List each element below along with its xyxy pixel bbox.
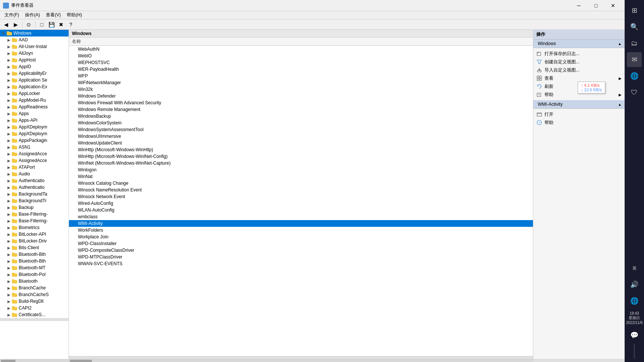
close-button[interactable]: ✕ [604,0,622,11]
start-button[interactable]: ⊞ [627,3,642,18]
expand-icon-bluetooth[interactable]: ▶ [7,279,10,283]
left-scrollbar-thumb[interactable] [1,360,16,362]
tree-item-ataport[interactable]: ▶ ATAPort [0,164,69,171]
tree-item-appxdeploym1[interactable]: ▶ AppXDeploym [0,124,69,130]
help-toolbar-button[interactable]: ? [66,20,75,29]
expand-icon-audio[interactable]: ▶ [7,172,10,176]
tree-item-basefiltering2[interactable]: ▶ Base-Filtering- [0,217,69,224]
list-item-wpdmtpclassdriver[interactable]: WPD-MTPClassDriver [69,254,533,260]
tree-item-buildregdll[interactable]: ▶ Build-RegDll [0,298,69,305]
expand-icon-appxpackagin[interactable]: ▶ [7,139,10,143]
list-item-wiredautoconfig[interactable]: Wired-AutoConfig [69,200,533,207]
expand-icon-capi2[interactable]: ▶ [7,306,10,310]
list-item-winlogon[interactable]: Winlogon [69,166,533,173]
list-item-winsockcatalog[interactable]: Winsock Catalog Change [69,180,533,187]
list-item-wmiactivity[interactable]: WMI-Activity [69,220,533,227]
list-item-windowsfirewall[interactable]: Windows Firewall With Advanced Security [69,99,533,106]
list-item-windowscolorsystem[interactable]: WindowsColorSystem [69,120,533,126]
expand-icon-bluetoothmt[interactable]: ▶ [7,266,10,270]
expand-icon-buildregdll[interactable]: ▶ [7,299,10,304]
list-item-wfp[interactable]: WFP [69,73,533,79]
list-item-wlanautoconfig[interactable]: WLAN-AutoConfig [69,207,533,213]
center-hscrollbar[interactable] [69,356,533,359]
tree-item-bluetoothpol[interactable]: ▶ Bluetooth-Pol [0,271,69,278]
maximize-button[interactable]: □ [587,0,604,11]
expand-icon-aad[interactable]: ▶ [7,38,10,42]
new-window-button[interactable]: □ [37,20,46,29]
expand-icon-applicabilityer[interactable]: ▶ [7,72,10,76]
expand-icon-appsapi[interactable]: ▶ [7,118,10,123]
menu-view[interactable]: 查看(V) [43,11,64,19]
list-item-webaauthn[interactable]: WebAuthN [69,46,533,53]
taskview-button[interactable]: 🗂 [627,36,642,51]
list-item-windowsremote[interactable]: Windows Remote Management [69,106,533,113]
tree-item-appsapi[interactable]: ▶ Apps-API [0,117,69,124]
edge-taskbar-icon[interactable]: 🌐 [627,69,642,83]
volume-icon[interactable]: 🔊 [627,277,642,292]
expand-icon-appxdeploym1[interactable]: ▶ [7,125,10,129]
mail-taskbar-icon[interactable]: ✉ [627,52,642,67]
tree-item-branchcaches[interactable]: ▶ BranchCacheS [0,291,69,298]
windows-section-collapse[interactable]: ▲ [618,42,622,46]
expand-icon-alljoyn[interactable]: ▶ [7,51,10,55]
desktop-show-btn[interactable] [634,344,635,359]
tree-item-apphost[interactable]: ▶ AppHost [0,57,69,63]
tree-item-apps[interactable]: ▶ Apps [0,110,69,117]
center-scrollbar-thumb[interactable] [70,360,92,362]
tree-item-authentication2[interactable]: ▶ Authenticatio [0,184,69,191]
tree-item-branchcache[interactable]: ▶ BranchCache [0,285,69,291]
expand-icon-authentication1[interactable]: ▶ [7,179,10,183]
center-bottom-scrollbar[interactable] [69,359,533,362]
expand-icon-basefiltering2[interactable]: ▶ [7,219,10,223]
expand-icon-bitsclient[interactable]: ▶ [7,246,10,250]
tree-item-bitsclient[interactable]: ▶ Bits-Client [0,244,69,251]
tree-item-alljoyn[interactable]: ▶ AllJoyn [0,50,69,57]
tree-item-bitlockerapi[interactable]: ▶ BitLocker-API [0,231,69,238]
list-item-workfolders[interactable]: WorkFolders [69,227,533,234]
expand-icon-applicationex[interactable]: ▶ [7,85,10,89]
tree-item-assignedacce2[interactable]: ▶ AssignedAcce [0,157,69,164]
expand-icon-ataport[interactable]: ▶ [7,165,10,169]
action-create-custom-view[interactable]: 创建自定义视图... [533,58,625,66]
expand-icon-assignedacce2[interactable]: ▶ [7,159,10,163]
left-hscrollbar[interactable] [0,359,69,362]
list-item-wmbclass[interactable]: wmbclass [69,213,533,220]
tree-item-aad[interactable]: ▶ AAD [0,36,69,43]
list-item-webio[interactable]: WebIO [69,53,533,59]
list-item-wpdcompositeclassdriver[interactable]: WPD-CompositeClassDriver [69,247,533,254]
list-item-winnat[interactable]: WinNat [69,173,533,180]
tree-item-bluetoothmt[interactable]: ▶ Bluetooth-MT [0,264,69,271]
list-item-wpdclassinstaller[interactable]: WPD-ClassInstaller [69,240,533,247]
tree-item-backgroundta[interactable]: ▶ BackgroundTa [0,191,69,197]
expand-icon-bluetoothbth2[interactable]: ▶ [7,259,10,263]
network-icon[interactable]: 🌐 [627,293,642,308]
search-taskbar-button[interactable]: 🔍 [627,19,642,34]
list-item-wwansvcevents[interactable]: WWAN-SVC-EVENTS [69,260,533,267]
tree-item-alluserinstal[interactable]: ▶ All-User-Instal [0,43,69,50]
list-item-workplacejoin[interactable]: Workplace Join [69,234,533,240]
expand-icon-backgroundta[interactable]: ▶ [7,192,10,196]
save-button[interactable]: 💾 [47,20,56,29]
action-open-saved-log[interactable]: 打开保存的日志... [533,50,625,58]
tree-item-windows[interactable]: ▼ Windows [0,30,69,36]
tree-item-appxdeploym2[interactable]: ▶ AppXDeploym [0,130,69,137]
tree-item-appreadiness[interactable]: ▶ AppReadiness [0,104,69,110]
list-item-winhttp1[interactable]: WinHttp (Microsoft-Windows-WinHttp) [69,146,533,153]
tree-item-certificates[interactable]: ▶ CertificateS... [0,311,69,318]
expand-icon-windows[interactable]: ▼ [1,31,5,35]
expand-icon-appmodelru[interactable]: ▶ [7,98,10,102]
wmi-section-collapse[interactable]: ▲ [618,102,622,107]
expand-icon-bluetoothbth1[interactable]: ▶ [7,253,10,257]
action-open-wmi[interactable]: 打开 [533,110,625,118]
expand-icon-backup[interactable]: ▶ [7,206,10,210]
tree-item-bluetoothbth1[interactable]: ▶ Bluetooth-Bth [0,251,69,258]
list-item-windowssystemassessment[interactable]: WindowsSystemAssessmentTool [69,126,533,133]
tree-item-audio[interactable]: ▶ Audio [0,171,69,177]
tree-item-applicabilityer[interactable]: ▶ ApplicabilityEr [0,70,69,77]
clear-button[interactable]: ✖ [57,20,66,29]
expand-icon-alluserinstal[interactable]: ▶ [7,45,10,49]
list-item-wephostsvc[interactable]: WEPHOSTSVC [69,59,533,66]
expand-icon-biometrics[interactable]: ▶ [7,226,10,230]
menu-help[interactable]: 帮助(H) [64,11,85,19]
tree-item-appmodelru[interactable]: ▶ AppModel-Ru [0,97,69,104]
